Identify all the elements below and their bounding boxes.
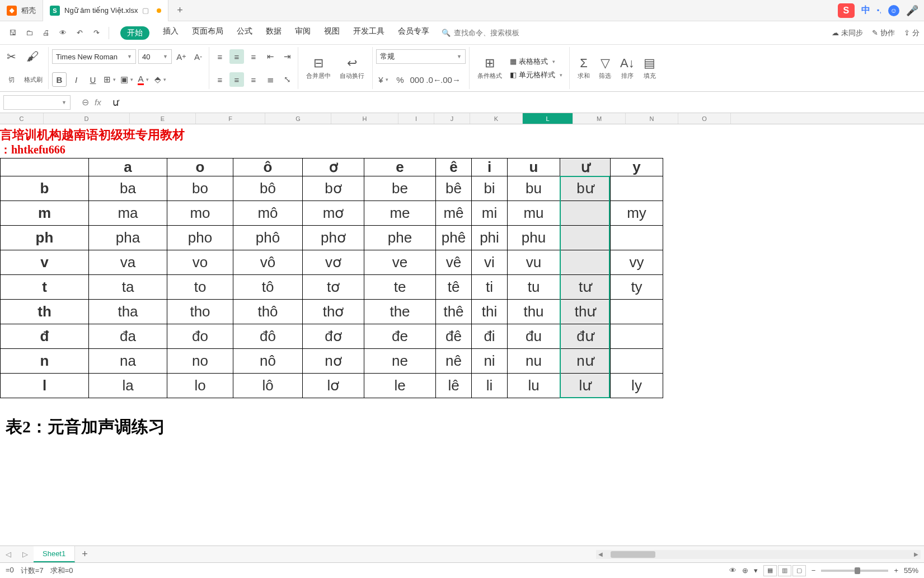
table-row-header[interactable]: đ [1,324,89,349]
table-cell[interactable]: mô [233,201,303,226]
menu-tab-view[interactable]: 视图 [324,26,340,40]
table-header-cell[interactable]: y [611,159,663,176]
table-cell[interactable] [611,300,663,324]
table-cell[interactable]: lô [233,374,303,398]
table-cell[interactable]: tư [560,275,611,300]
increase-font-button[interactable]: A+ [174,49,189,64]
table-cell[interactable] [560,250,611,275]
table-cell[interactable]: ta [89,275,167,300]
column-header-N[interactable]: N [626,113,678,124]
sheet-nav-prev[interactable]: ◁ [0,550,17,558]
sheet-nav-next[interactable]: ▷ [17,550,34,558]
bold-button[interactable]: B [52,72,67,87]
collab-button[interactable]: ✎协作 [872,28,895,38]
table-cell[interactable]: đơ [303,324,364,349]
orientation-button[interactable]: ⤡ [280,72,294,87]
table-row-header[interactable]: th [1,300,89,324]
table-cell[interactable]: đe [364,324,436,349]
view-page-button[interactable]: ▥ [778,565,791,576]
fx-icon[interactable]: fx [95,97,101,107]
table-cell[interactable] [611,176,663,201]
ime-language[interactable]: 中 [861,4,870,16]
menu-tab-dev[interactable]: 开发工具 [353,26,384,40]
zoom-thumb[interactable] [855,567,860,574]
fill-color-button[interactable]: ▣▾ [119,72,134,87]
decrease-decimal-button[interactable]: .00→ [443,72,458,87]
align-center-button[interactable]: ≡ [229,72,244,87]
merge-center-button[interactable]: ⊟合并居中 [302,47,335,89]
table-cell[interactable]: te [364,275,436,300]
table-cell[interactable]: bo [167,176,233,201]
table-cell[interactable]: mo [167,201,233,226]
search-input[interactable] [454,29,543,37]
column-header-G[interactable]: G [265,113,331,124]
table-cell[interactable]: my [611,201,663,226]
table-cell[interactable]: pha [89,226,167,250]
table-cell[interactable]: phu [508,226,560,250]
table-cell[interactable]: lư [560,374,611,398]
table-header-cell[interactable]: a [89,159,167,176]
cell-style-button[interactable]: ◧单元格样式▾ [510,70,562,80]
comma-button[interactable]: 000 [410,72,424,87]
column-header-O[interactable]: O [678,113,731,124]
font-size-select[interactable]: 40▼ [138,49,172,64]
table-row-header[interactable]: ph [1,226,89,250]
table-header-cell[interactable]: u [508,159,560,176]
align-bottom-button[interactable]: ≡ [246,49,261,64]
underline-button[interactable]: U [86,72,100,87]
table-header-cell[interactable]: ư [560,159,611,176]
table-cell[interactable]: li [472,374,508,398]
table-cell[interactable]: mơ [303,201,364,226]
table-cell[interactable]: vơ [303,250,364,275]
redo-icon[interactable]: ↷ [88,25,104,41]
save-as-icon[interactable]: 🗀 [21,25,37,41]
increase-indent-button[interactable]: ⇥ [280,49,294,64]
table-cell[interactable]: ba [89,176,167,201]
table-cell[interactable]: bu [508,176,560,201]
table-cell[interactable]: thơ [303,300,364,324]
table-cell[interactable]: mi [472,201,508,226]
table-cell[interactable]: to [167,275,233,300]
table-row-header[interactable]: b [1,176,89,201]
table-format-button[interactable]: ▦表格格式▾ [510,57,562,67]
menu-tab-review[interactable]: 审阅 [295,26,311,40]
table-cell[interactable]: na [89,349,167,374]
add-sheet-button[interactable]: + [75,548,95,560]
table-cell[interactable]: ne [364,349,436,374]
tab-docer[interactable]: ◆ 稻壳 [0,0,43,21]
table-cell[interactable]: la [89,374,167,398]
data-table[interactable]: aoôơeêiuưybbabobôbơbebêbibubưmmamomômơme… [0,158,663,398]
phonetic-button[interactable]: ⬘▾ [153,72,167,87]
decrease-font-button[interactable]: A- [191,49,205,64]
table-cell[interactable]: phê [436,226,472,250]
table-cell[interactable]: le [364,374,436,398]
table-cell[interactable]: tho [167,300,233,324]
table-header-cell[interactable]: ê [436,159,472,176]
table-cell[interactable] [560,226,611,250]
scroll-thumb[interactable] [611,551,655,558]
table-cell[interactable]: ty [611,275,663,300]
ime-punct-icon[interactable]: •, [877,6,881,15]
column-header-I[interactable]: I [398,113,434,124]
column-header-K[interactable]: K [470,113,523,124]
horizontal-scrollbar[interactable]: ◀ ▶ [596,550,921,559]
table-row-header[interactable]: v [1,250,89,275]
table-cell[interactable] [611,349,663,374]
table-cell[interactable]: bi [472,176,508,201]
print-preview-icon[interactable]: 👁 [55,25,71,41]
table-cell[interactable]: phơ [303,226,364,250]
table-cell[interactable]: vy [611,250,663,275]
save-icon[interactable]: 🖫 [4,25,20,41]
table-cell[interactable]: vo [167,250,233,275]
table-cell[interactable]: đu [508,324,560,349]
table-cell[interactable]: tô [233,275,303,300]
table-cell[interactable]: tê [436,275,472,300]
column-header-J[interactable]: J [434,113,470,124]
table-cell[interactable] [611,226,663,250]
italic-button[interactable]: I [69,72,83,87]
formula-input[interactable]: ư [112,96,119,109]
percent-button[interactable]: % [393,72,407,87]
table-cell[interactable]: nu [508,349,560,374]
ime-face-icon[interactable]: ☺ [888,5,899,16]
table-header-cell[interactable]: ô [233,159,303,176]
